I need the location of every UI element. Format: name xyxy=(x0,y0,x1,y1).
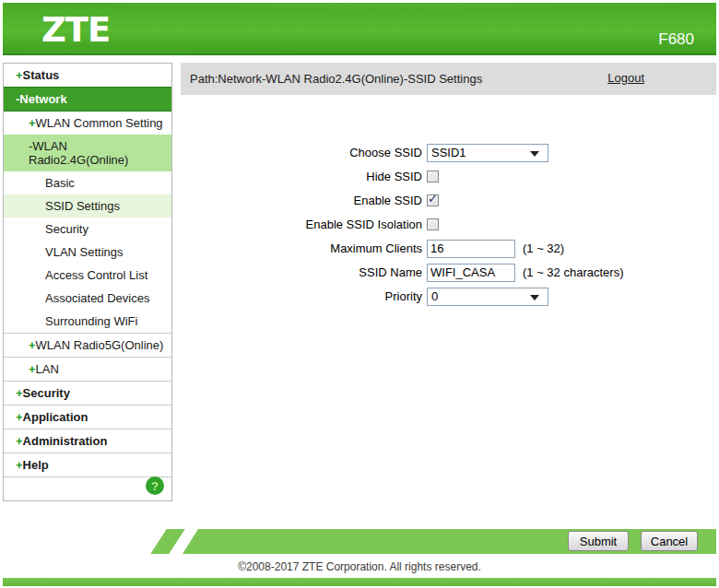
sidebar-item-status[interactable]: +Status xyxy=(4,64,171,87)
sidebar-item-label: Status xyxy=(23,68,60,82)
sidebar-item-label: WLAN Common Setting xyxy=(36,116,163,130)
sidebar-item-label: Access Control List xyxy=(45,268,147,282)
expand-plus-icon: + xyxy=(16,434,23,448)
sidebar-item-vlan-settings[interactable]: VLAN Settings xyxy=(4,241,171,264)
decorative-slash xyxy=(150,529,185,554)
hide-ssid-checkbox[interactable] xyxy=(427,171,439,182)
enable-ssid-isolation-label: Enable SSID Isolation xyxy=(181,218,422,231)
expand-plus-icon: + xyxy=(16,386,23,400)
sidebar-item-security[interactable]: +Security xyxy=(4,382,171,406)
breadcrumb: Path:Network-WLAN Radio2.4G(Online)-SSID… xyxy=(190,72,482,86)
logout-link[interactable]: Logout xyxy=(607,71,644,85)
maximum-clients-hint: (1 ~ 32) xyxy=(523,241,564,255)
model-number: F680 xyxy=(658,30,694,49)
sidebar-item-label: Network xyxy=(19,92,66,106)
submit-button[interactable]: Submit xyxy=(568,531,629,551)
form-row-priority: Priority 0 xyxy=(181,287,716,306)
choose-ssid-selected-value: SSID1 xyxy=(431,146,466,159)
sidebar-item-label: LAN xyxy=(36,362,59,376)
header-banner: ZTE F680 xyxy=(3,3,716,55)
sidebar-item-label: WLAN Radio5G(Online) xyxy=(36,338,164,352)
sidebar-item-label: VLAN Settings xyxy=(45,245,124,259)
sidebar-item-wlan-radio5g[interactable]: +WLAN Radio5G(Online) xyxy=(4,334,171,358)
form-row-ssid-name: SSID Name (1 ~ 32 characters) xyxy=(181,263,716,282)
ssid-settings-form: Choose SSID SSID1 Hide SSID Enable SSID … xyxy=(181,143,716,311)
form-row-choose-ssid: Choose SSID SSID1 xyxy=(181,143,716,162)
expand-plus-icon: + xyxy=(16,68,23,82)
breadcrumb-bar: Path:Network-WLAN Radio2.4G(Online)-SSID… xyxy=(181,63,716,95)
copyright-text: ©2008-2017 ZTE Corporation. All rights r… xyxy=(0,560,719,573)
expand-plus-icon: + xyxy=(16,458,23,472)
form-row-enable-ssid: Enable SSID ✓ xyxy=(181,191,716,210)
sidebar-item-label: SSID Settings xyxy=(45,199,120,213)
sidebar-item-associated-devices[interactable]: Associated Devices xyxy=(4,287,171,310)
sidebar-item-lan[interactable]: +LAN xyxy=(4,358,171,382)
maximum-clients-input[interactable] xyxy=(427,240,515,258)
sidebar-item-wlan-common-setting[interactable]: +WLAN Common Setting xyxy=(4,112,171,135)
form-row-maximum-clients: Maximum Clients (1 ~ 32) xyxy=(181,239,716,258)
ssid-name-label: SSID Name xyxy=(181,265,422,279)
sidebar-item-label: Associated Devices xyxy=(45,291,149,305)
sidebar-item-label: Administration xyxy=(23,434,108,448)
form-row-hide-ssid: Hide SSID xyxy=(181,167,716,186)
sidebar-item-security-sub[interactable]: Security xyxy=(4,218,171,241)
action-bar-background: Cancel Submit xyxy=(183,529,716,554)
help-question-icon[interactable]: ? xyxy=(146,476,164,495)
hide-ssid-label: Hide SSID xyxy=(181,170,422,183)
cancel-button[interactable]: Cancel xyxy=(641,531,698,551)
priority-label: Priority xyxy=(181,289,422,303)
sidebar-item-label: Help xyxy=(23,458,49,472)
sidebar-item-basic[interactable]: Basic xyxy=(4,171,171,194)
bottom-green-strip xyxy=(3,578,716,586)
sidebar-item-label: Security xyxy=(23,386,70,400)
sidebar-item-label: Application xyxy=(23,410,88,424)
sidebar-item-label: WLAN Radio2.4G(Online) xyxy=(29,139,128,167)
sidebar-item-label: Security xyxy=(45,222,88,236)
maximum-clients-label: Maximum Clients xyxy=(181,241,422,255)
sidebar-item-wlan-radio24g[interactable]: -WLAN Radio2.4G(Online) xyxy=(4,135,171,171)
priority-selected-value: 0 xyxy=(431,289,438,303)
sidebar-item-surrounding-wifi[interactable]: Surrounding WiFi xyxy=(4,310,171,334)
check-icon: ✓ xyxy=(428,193,438,205)
sidebar-nav: +Status -Network +WLAN Common Setting -W… xyxy=(3,63,172,501)
enable-ssid-checkbox[interactable]: ✓ xyxy=(427,194,439,206)
form-row-enable-ssid-isolation: Enable SSID Isolation xyxy=(181,215,716,234)
choose-ssid-select[interactable]: SSID1 xyxy=(427,144,548,162)
choose-ssid-label: Choose SSID xyxy=(181,146,422,159)
expand-plus-icon: + xyxy=(29,362,36,376)
sidebar-item-label: Basic xyxy=(45,176,75,190)
sidebar-item-ssid-settings[interactable]: SSID Settings xyxy=(4,194,171,218)
sidebar-item-network[interactable]: -Network xyxy=(4,87,171,112)
enable-ssid-label: Enable SSID xyxy=(181,194,422,207)
expand-plus-icon: + xyxy=(16,410,23,424)
sidebar-item-help[interactable]: +Help xyxy=(4,453,171,477)
chevron-down-icon xyxy=(530,295,539,300)
expand-plus-icon: + xyxy=(29,338,36,352)
sidebar-item-administration[interactable]: +Administration xyxy=(4,429,171,453)
enable-ssid-isolation-checkbox[interactable] xyxy=(427,218,439,230)
priority-select[interactable]: 0 xyxy=(427,288,548,306)
ssid-name-hint: (1 ~ 32 characters) xyxy=(523,265,623,279)
router-admin-page: ZTE F680 +Status -Network +WLAN Common S… xyxy=(0,0,719,588)
sidebar-item-label: Surrounding WiFi xyxy=(45,314,137,328)
expand-plus-icon: + xyxy=(29,116,36,130)
footer-action-bar: Cancel Submit xyxy=(147,529,716,554)
sidebar-item-application[interactable]: +Application xyxy=(4,406,171,429)
zte-logo: ZTE xyxy=(41,10,110,50)
chevron-down-icon xyxy=(530,151,539,157)
sidebar-item-access-control-list[interactable]: Access Control List xyxy=(4,264,171,287)
ssid-name-input[interactable] xyxy=(427,264,515,282)
